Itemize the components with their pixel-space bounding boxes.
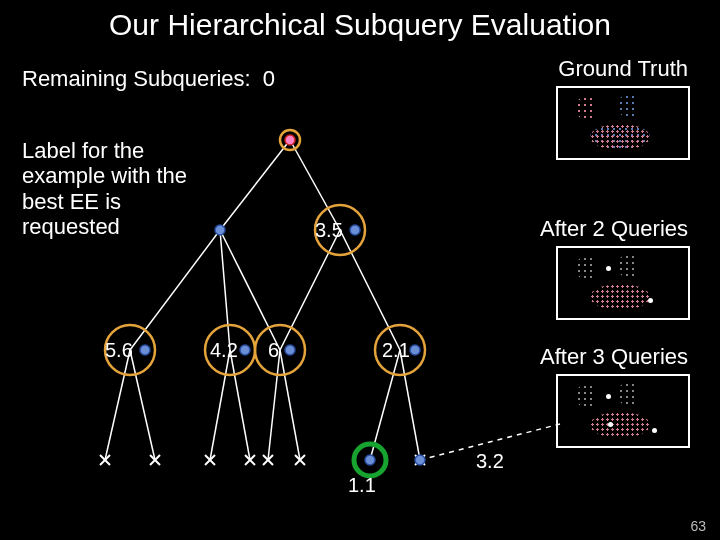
svg-point-36 <box>285 135 295 145</box>
svg-line-12 <box>280 350 300 460</box>
svg-point-41 <box>285 345 295 355</box>
slide-number: 63 <box>690 518 706 534</box>
svg-line-10 <box>230 350 250 460</box>
svg-line-5 <box>280 230 340 350</box>
node-label-56: 5.6 <box>105 339 133 361</box>
svg-line-6 <box>340 230 400 350</box>
svg-point-38 <box>350 225 360 235</box>
svg-line-11 <box>268 350 280 460</box>
svg-point-44 <box>415 455 425 465</box>
svg-line-2 <box>130 230 220 350</box>
svg-line-9 <box>210 350 230 460</box>
x-icon <box>150 455 160 465</box>
node-label-11: 1.1 <box>348 474 376 496</box>
svg-line-7 <box>105 350 130 460</box>
node-label-6: 6 <box>268 339 279 361</box>
svg-line-1 <box>290 140 340 230</box>
svg-line-0 <box>220 140 290 230</box>
svg-line-8 <box>130 350 155 460</box>
node-label-42: 4.2 <box>210 339 238 361</box>
x-icon <box>100 455 110 465</box>
tree-diagram: 3.5 5.6 4.2 6 2.1 1.1 3.2 <box>0 0 720 540</box>
node-label-35: 3.5 <box>315 219 343 241</box>
svg-point-40 <box>240 345 250 355</box>
svg-point-42 <box>410 345 420 355</box>
svg-point-37 <box>215 225 225 235</box>
svg-point-43 <box>365 455 375 465</box>
svg-line-14 <box>400 350 420 460</box>
svg-point-39 <box>140 345 150 355</box>
node-label-32: 3.2 <box>476 450 504 472</box>
node-label-21: 2.1 <box>382 339 410 361</box>
